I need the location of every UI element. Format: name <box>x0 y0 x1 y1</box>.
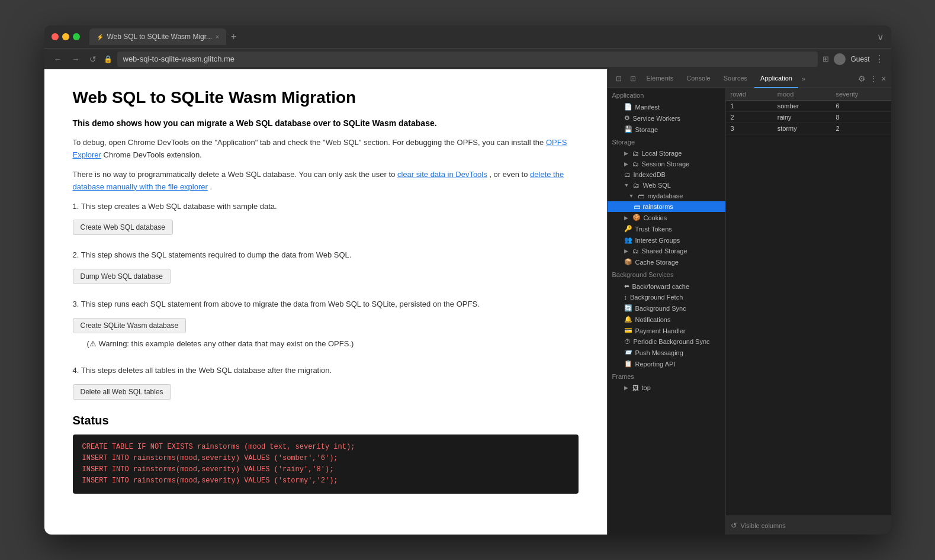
browser-menu-icon[interactable]: ⋮ <box>875 53 884 65</box>
devtools-inspect-icon[interactable]: ⊡ <box>612 72 625 85</box>
sidebar-item-trust-tokens[interactable]: 🔑 Trust Tokens <box>608 223 725 234</box>
cookies-label: Cookies <box>644 214 667 221</box>
sql-line-4: INSERT INTO rainstorms(mood,severity) VA… <box>82 475 569 487</box>
frames-top-label: top <box>642 384 651 391</box>
tab-sources[interactable]: Sources <box>718 69 753 88</box>
sidebar-item-manifest[interactable]: 📄 Manifest <box>608 101 725 112</box>
table-row[interactable]: 3 stormy 2 <box>726 123 891 134</box>
step-3: 3. This step runs each SQL statement fro… <box>73 298 579 350</box>
reporting-api-label: Reporting API <box>635 361 676 368</box>
minimize-button[interactable] <box>62 33 69 40</box>
interest-groups-label: Interest Groups <box>635 237 680 244</box>
sidebar-item-shared-storage[interactable]: ▶ 🗂 Shared Storage <box>608 246 725 256</box>
service-workers-label: Service Workers <box>633 115 680 122</box>
websql-expand-icon: ▼ <box>624 182 629 188</box>
sidebar-item-cache-storage[interactable]: 📦 Cache Storage <box>608 256 725 268</box>
tab-application[interactable]: Application <box>754 69 798 88</box>
periodic-bg-sync-label: Periodic Background Sync <box>634 338 710 345</box>
cell-severity-2: 8 <box>831 112 891 123</box>
window-controls: ∨ <box>877 31 884 43</box>
tab-bar: ⚡ Web SQL to SQLite Wasm Migr... × + <box>89 28 872 45</box>
step-4: 4. This steps deletes all tables in the … <box>73 365 579 400</box>
devtools-close-icon[interactable]: × <box>881 74 886 83</box>
settings-icon[interactable]: ⚙ <box>858 74 866 83</box>
sidebar-item-back-forward[interactable]: ⬌ Back/forward cache <box>608 281 725 292</box>
devtools-device-icon[interactable]: ⊟ <box>626 72 640 85</box>
lock-icon: 🔒 <box>104 55 113 63</box>
devtools-footer: ↺ Visible columns <box>726 516 891 535</box>
active-tab[interactable]: ⚡ Web SQL to SQLite Wasm Migr... × <box>89 28 226 45</box>
cell-rowid-3: 3 <box>726 123 773 134</box>
step-2: 2. This step shows the SQL statements re… <box>73 249 579 284</box>
create-websql-button[interactable]: Create Web SQL database <box>73 220 173 235</box>
cell-mood-3: stormy <box>773 123 831 134</box>
back-button[interactable]: ← <box>52 53 65 65</box>
sidebar-item-bg-fetch[interactable]: ↕ Background Fetch <box>608 292 725 302</box>
sidebar-item-mydatabase[interactable]: ▼ 🗃 mydatabase <box>608 191 725 201</box>
sql-output: CREATE TABLE IF NOT EXISTS rainstorms (m… <box>73 435 579 494</box>
clear-site-data-link[interactable]: clear site data in DevTools <box>397 170 487 179</box>
tab-icon: ⚡ <box>97 34 104 40</box>
sidebar-toggle-icon[interactable]: ⊞ <box>822 54 829 63</box>
close-button[interactable] <box>52 33 59 40</box>
table-row[interactable]: 1 somber 6 <box>726 101 891 112</box>
sidebar-item-notifications[interactable]: 🔔 Notifications <box>608 314 725 325</box>
rainstorms-icon: 🗃 <box>634 203 640 210</box>
new-tab-button[interactable]: + <box>229 31 239 42</box>
table-row[interactable]: 2 rainy 8 <box>726 112 891 123</box>
browser-window: ⚡ Web SQL to SQLite Wasm Migr... × + ∨ ←… <box>44 25 891 535</box>
session-storage-icon: 🗂 <box>632 160 639 168</box>
trust-tokens-icon: 🔑 <box>624 225 632 233</box>
sidebar-item-reporting-api[interactable]: 📋 Reporting API <box>608 358 725 369</box>
storage-icon: 💾 <box>624 125 632 133</box>
tab-close-icon[interactable]: × <box>216 34 219 40</box>
bg-sync-icon: 🔄 <box>624 304 632 312</box>
intro-para-2: There is no way to programmatically dele… <box>73 169 579 194</box>
forward-button[interactable]: → <box>69 53 82 65</box>
cell-severity-3: 2 <box>831 123 891 134</box>
url-input[interactable] <box>117 52 818 67</box>
storage-label: Storage <box>635 126 658 133</box>
sidebar-item-session-storage[interactable]: ▶ 🗂 Session Storage <box>608 159 725 169</box>
sidebar-item-indexeddb[interactable]: 🗂 IndexedDB <box>608 169 725 180</box>
sidebar-item-payment-handler[interactable]: 💳 Payment Handler <box>608 325 725 336</box>
tab-console[interactable]: Console <box>680 69 716 88</box>
create-sqlite-button[interactable]: Create SQLite Wasm database <box>73 318 187 333</box>
bg-fetch-label: Background Fetch <box>630 294 683 301</box>
tab-elements[interactable]: Elements <box>641 69 680 88</box>
sidebar-item-bg-sync[interactable]: 🔄 Background Sync <box>608 302 725 314</box>
intro-para-1: To debug, open Chrome DevTools on the "A… <box>73 137 579 162</box>
sidebar-item-rainstorms[interactable]: 🗃 rainstorms <box>608 201 725 212</box>
refresh-button[interactable]: ↺ <box>87 53 99 65</box>
dump-websql-button[interactable]: Dump Web SQL database <box>73 269 171 284</box>
cell-mood-1: somber <box>773 101 831 112</box>
maximize-button[interactable] <box>73 33 80 40</box>
sidebar-item-local-storage[interactable]: ▶ 🗂 Local Storage <box>608 148 725 159</box>
sidebar-item-storage[interactable]: 💾 Storage <box>608 124 725 135</box>
sidebar-item-frames-top[interactable]: ▶ 🖼 top <box>608 382 725 393</box>
refresh-icon[interactable]: ↺ <box>731 521 737 530</box>
sidebar-item-service-workers[interactable]: ⚙ Service Workers <box>608 112 725 124</box>
cell-rowid-1: 1 <box>726 101 773 112</box>
sidebar-item-websql[interactable]: ▼ 🗂 Web SQL <box>608 180 725 191</box>
table-area: rowid mood severity 1 somber 6 <box>726 88 891 516</box>
col-severity: severity <box>831 88 891 101</box>
sidebar-item-push-messaging[interactable]: 📨 Push Messaging <box>608 347 725 358</box>
notifications-label: Notifications <box>635 316 671 323</box>
local-storage-expand-icon: ▶ <box>624 150 628 156</box>
visible-columns-label[interactable]: Visible columns <box>741 522 786 529</box>
sidebar-item-periodic-bg-sync[interactable]: ⏱ Periodic Background Sync <box>608 336 725 347</box>
devtools-more-icon[interactable]: ⋮ <box>869 74 878 83</box>
cookies-icon: 🍪 <box>632 214 641 221</box>
address-bar-right: ⊞ Guest ⋮ <box>822 53 883 65</box>
sidebar-item-cookies[interactable]: ▶ 🍪 Cookies <box>608 212 725 223</box>
devtools-tab-bar: ⊡ ⊟ Elements Console Sources Application… <box>608 69 891 88</box>
reporting-api-icon: 📋 <box>624 360 632 368</box>
sidebar-item-interest-groups[interactable]: 👥 Interest Groups <box>608 234 725 246</box>
websql-label: Web SQL <box>642 182 671 189</box>
page-title: Web SQL to SQLite Wasm Migration <box>73 88 579 107</box>
frames-section-header: Frames <box>608 369 725 382</box>
payment-handler-label: Payment Handler <box>635 327 686 334</box>
more-tabs-icon[interactable]: » <box>799 75 808 82</box>
delete-tables-button[interactable]: Delete all Web SQL tables <box>73 384 171 400</box>
